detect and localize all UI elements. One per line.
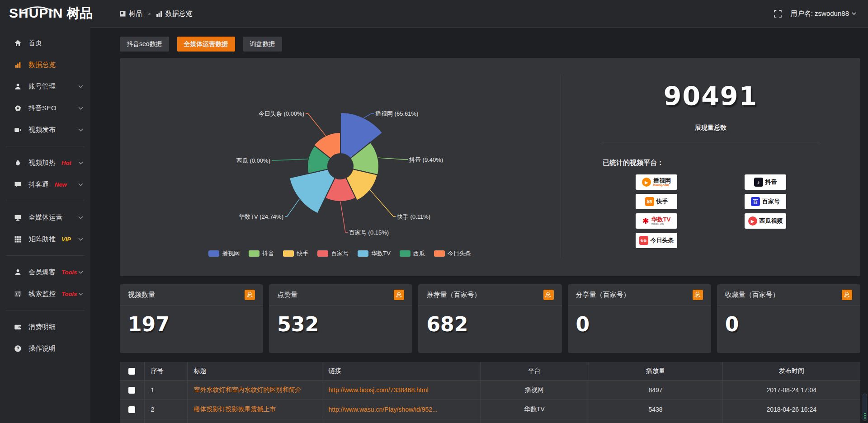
scrollbar-widget[interactable] — [863, 394, 867, 421]
chevron-down-icon — [78, 271, 83, 274]
platform-badge-baijia[interactable]: 百百家号 — [745, 194, 786, 209]
stat-card-header: 推荐量（百家号）总 — [418, 284, 561, 306]
legend-item-今日头条[interactable]: 今日头条 — [434, 249, 471, 258]
video-title-link[interactable]: 楼体投影灯投影效果震撼上市 — [187, 400, 322, 419]
sidebar-item-consume-detail[interactable]: 消费明细 — [0, 316, 90, 338]
empty-cell — [589, 419, 722, 423]
platform-badge-text: 百家号 — [762, 198, 780, 205]
stat-card-total-badge[interactable]: 总 — [693, 290, 703, 300]
sidebar-item-clue-monitor[interactable]: 线索监控Tools — [0, 283, 90, 305]
platform-name: 今日头条 — [651, 237, 674, 244]
rose-pie-svg: 播视网 (65.61%)抖音 (9.40%)快手 (0.11%)百家号 (0.1… — [120, 58, 560, 276]
platform-name: 播视网 — [653, 178, 671, 184]
column-header: 链接 — [322, 362, 480, 380]
sidebar-item-member-baoke[interactable]: 会员爆客Tools — [0, 261, 90, 283]
chevron-down-icon — [78, 128, 83, 132]
boosj-logo-icon: ▶ — [642, 178, 651, 187]
row-checkbox[interactable] — [128, 406, 135, 413]
chat-icon — [14, 180, 22, 188]
app-logo[interactable]: SHUPIN 树品 — [0, 5, 106, 23]
tab-douyin-seo-data[interactable]: 抖音seo数据 — [120, 37, 169, 52]
sidebar-item-douketong[interactable]: 抖客通New — [0, 174, 90, 195]
legend-marker — [317, 250, 328, 257]
legend-item-西瓜[interactable]: 西瓜 — [400, 249, 425, 258]
sidebar-item-label: 线索监控 — [28, 290, 56, 298]
stat-card-header: 点赞量总 — [269, 284, 412, 306]
sidebar-divider — [6, 255, 85, 256]
platform-name: 快手 — [656, 198, 668, 205]
publish-time-cell: 2017-08-24 17:04 — [722, 380, 860, 400]
tab-media-operation-data[interactable]: 全媒体运营数据 — [177, 37, 235, 52]
stat-card-total-badge[interactable]: 总 — [543, 290, 554, 300]
sidebar: 首页数据总览账号管理抖音SEO视频发布视频加热Hot抖客通New全媒体运营矩阵助… — [0, 27, 90, 423]
douyin-logo-icon: ♪ — [754, 178, 763, 187]
monitor-icon — [14, 213, 22, 221]
tab-inquiry-data[interactable]: 询盘数据 — [243, 37, 282, 52]
empty-cell — [722, 419, 860, 423]
legend-item-抖音[interactable]: 抖音 — [249, 249, 274, 258]
sidebar-item-account[interactable]: 账号管理 — [0, 75, 90, 97]
stat-card-header: 收藏量（百家号）总 — [717, 284, 860, 306]
plays-cell: 8497 — [589, 380, 722, 400]
column-header: 发布时间 — [722, 362, 860, 380]
sidebar-item-badge: VIP — [61, 236, 71, 243]
sidebar-item-data-overview[interactable]: 数据总览 — [0, 54, 90, 75]
row-checkbox[interactable] — [128, 387, 135, 394]
platform-badge-toutiao[interactable]: 头条今日头条 — [636, 233, 677, 248]
gear-icon — [14, 104, 22, 112]
wallet-icon — [14, 323, 22, 331]
legend-marker — [434, 250, 445, 257]
legend-item-百家号[interactable]: 百家号 — [317, 249, 349, 258]
label-line-今日头条 — [306, 113, 326, 136]
sidebar-item-douyin-seo[interactable]: 抖音SEO — [0, 97, 90, 119]
platform-grid: ▶播视网boosj.com♪抖音86快手百百家号✱华数TVwasu.cn▶西瓜视… — [636, 174, 860, 248]
sidebar-item-badge: Tools — [61, 269, 77, 276]
select-all-checkbox[interactable] — [128, 368, 135, 375]
video-title-link[interactable]: 室外水纹灯和室内水纹灯的区别和简介 — [187, 380, 322, 400]
fullscreen-icon[interactable] — [774, 10, 782, 18]
username[interactable]: 用户名: zswodun88 — [791, 9, 856, 18]
platform-badge-wasu[interactable]: ✱华数TVwasu.cn — [636, 213, 677, 229]
stat-card-favorite-count: 收藏量（百家号）总0 — [717, 284, 860, 353]
breadcrumb-item-current[interactable]: 数据总览 — [156, 9, 193, 18]
sidebar-item-help[interactable]: ?操作说明 — [0, 338, 90, 359]
kuaishou-logo-icon: 86 — [645, 197, 654, 206]
platform-badge-douyin[interactable]: ♪抖音 — [745, 174, 786, 190]
stat-card-total-badge[interactable]: 总 — [394, 290, 404, 300]
empty-cell — [480, 419, 589, 423]
legend-label: 播视网 — [222, 249, 240, 258]
stat-card-recommend-count: 推荐量（百家号）总682 — [418, 284, 561, 353]
legend-item-播视网[interactable]: 播视网 — [208, 249, 240, 258]
app-icon — [120, 11, 126, 17]
video-url-link[interactable]: http://www.wasu.cn/Play/show/id/952... — [322, 400, 480, 419]
label-line-抖音 — [378, 158, 408, 160]
sidebar-item-video-publish[interactable]: 视频发布 — [0, 119, 90, 141]
sidebar-item-media-operation[interactable]: 全媒体运营 — [0, 207, 90, 228]
platforms-title: 已统计的视频平台： — [561, 159, 860, 167]
sidebar-item-home[interactable]: 首页 — [0, 32, 90, 54]
platform-badge-boosj[interactable]: ▶播视网boosj.com — [636, 174, 677, 190]
sidebar-item-video-heat[interactable]: 视频加热Hot — [0, 152, 90, 174]
publish-time-cell: 2018-04-26 16:24 — [722, 400, 860, 419]
legend-label: 今日头条 — [448, 249, 471, 258]
pie-slice-华数TV[interactable] — [289, 169, 335, 213]
stat-card-total-badge[interactable]: 总 — [842, 290, 852, 300]
platform-badge-xigua[interactable]: ▶西瓜视频 — [745, 213, 786, 229]
video-url-link[interactable]: http://www.boosj.com/7338468.html — [322, 380, 480, 400]
stat-card-title: 收藏量（百家号） — [725, 291, 779, 299]
pie-label-百家号: 百家号 (0.15%) — [349, 229, 389, 236]
legend-label: 华数TV — [371, 249, 391, 258]
stat-card-video-count: 视频数量总197 — [120, 284, 263, 353]
stat-card-value: 682 — [418, 306, 561, 336]
platform-subtext: boosj.com — [653, 183, 669, 187]
legend-item-快手[interactable]: 快手 — [283, 249, 308, 258]
platform-cell: 华数TV — [480, 400, 589, 419]
legend-item-华数TV[interactable]: 华数TV — [358, 249, 391, 258]
stat-card-value: 0 — [568, 306, 711, 336]
platform-badge-kuaishou[interactable]: 86快手 — [636, 194, 677, 209]
impressions-total-caption: 展现量总数 — [561, 124, 860, 132]
sidebar-item-matrix-boost[interactable]: 矩阵助推VIP — [0, 228, 90, 250]
breadcrumb-item-root[interactable]: 树品 — [120, 9, 142, 18]
stat-card-total-badge[interactable]: 总 — [245, 290, 255, 300]
chevron-down-icon — [78, 107, 83, 110]
